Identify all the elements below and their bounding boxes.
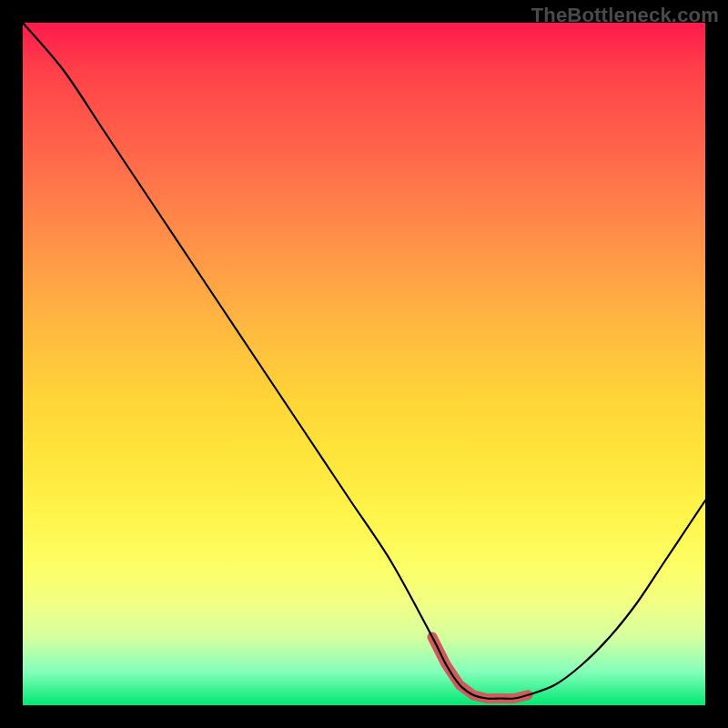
bottleneck-curve: [23, 23, 705, 699]
watermark-label: TheBottleneck.com: [531, 4, 719, 27]
optimal-range-highlight: [432, 637, 528, 699]
bottleneck-chart: [23, 23, 705, 705]
